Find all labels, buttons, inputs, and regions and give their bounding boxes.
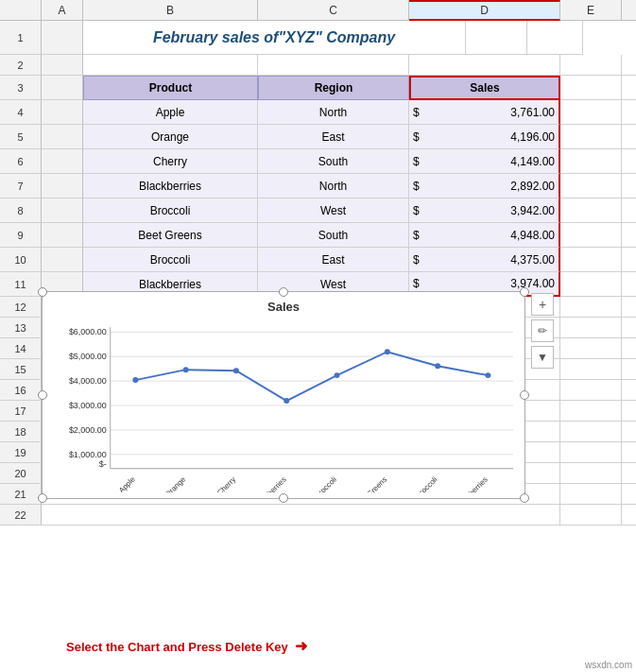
chart-handle-tc[interactable] xyxy=(279,287,288,297)
chart-svg: $6,000.00 $5,000.00 $4,000.00 $3,000.00 … xyxy=(43,318,524,492)
col-header-B[interactable]: B xyxy=(83,0,258,21)
cell-10C[interactable]: East xyxy=(258,248,409,272)
col-header-F[interactable]: F xyxy=(622,0,636,21)
data-point-4 xyxy=(284,398,289,404)
rownum-17: 17 xyxy=(0,401,42,422)
cell-3D-header[interactable]: Sales xyxy=(409,76,560,100)
watermark: wsxdn.com xyxy=(585,660,632,670)
data-point-6 xyxy=(385,349,390,354)
chart-handle-tr[interactable] xyxy=(520,287,529,297)
data-point-7 xyxy=(435,363,440,369)
data-point-5 xyxy=(335,372,340,378)
cell-9D[interactable]: $4,948.00 xyxy=(409,223,560,248)
chart-handle-ml[interactable] xyxy=(38,390,47,400)
chart-handle-tl[interactable] xyxy=(38,287,47,297)
cell-6A[interactable] xyxy=(42,149,83,174)
cell-6E[interactable] xyxy=(560,149,622,174)
column-headers: A B C D E F xyxy=(0,0,636,21)
cell-2F[interactable] xyxy=(622,55,636,76)
cell-7A[interactable] xyxy=(42,174,83,198)
svg-text:$3,000.00: $3,000.00 xyxy=(69,401,107,410)
cell-6D[interactable]: $4,149.00 xyxy=(409,149,560,174)
row-7: 7 Blackberries North $2,892.00 xyxy=(0,174,636,198)
chart-handle-br[interactable] xyxy=(520,493,529,503)
rownum-11: 11 xyxy=(0,272,42,297)
cell-4D[interactable]: $3,761.00 xyxy=(409,100,560,125)
cell-6F[interactable] xyxy=(622,149,636,174)
rownum-19: 19 xyxy=(0,442,42,463)
cell-7D[interactable]: $2,892.00 xyxy=(409,174,560,198)
cell-10D[interactable]: $4,375.00 xyxy=(409,248,560,272)
cell-5A[interactable] xyxy=(42,125,83,149)
svg-text:Orange: Orange xyxy=(163,474,188,492)
region-header: Region xyxy=(315,81,353,95)
cell-2D[interactable] xyxy=(409,55,560,76)
cell-7E[interactable] xyxy=(560,174,622,198)
cell-1B[interactable]: February sales of"XYZ" Company xyxy=(83,21,466,55)
cell-3B-header[interactable]: Product xyxy=(83,76,258,100)
chart-add-button[interactable]: + xyxy=(531,293,554,316)
cell-7C[interactable]: North xyxy=(258,174,409,198)
cell-10F[interactable] xyxy=(622,248,636,272)
chart-style-button[interactable]: ✏ xyxy=(531,319,554,342)
cell-5C[interactable]: East xyxy=(258,125,409,149)
cell-1E[interactable] xyxy=(466,21,527,55)
svg-text:$5,000.00: $5,000.00 xyxy=(69,352,107,361)
cell-9B[interactable]: Beet Greens xyxy=(83,223,258,248)
cell-5E[interactable] xyxy=(560,125,622,149)
cell-10E[interactable] xyxy=(560,248,622,272)
chart-handle-bl[interactable] xyxy=(38,493,47,503)
col-header-E[interactable]: E xyxy=(560,0,622,21)
svg-text:$6,000.00: $6,000.00 xyxy=(69,327,107,336)
row-4: 4 Apple North $3,761.00 xyxy=(0,100,636,125)
cell-6C[interactable]: South xyxy=(258,149,409,174)
chart-handle-mr[interactable] xyxy=(520,390,529,400)
row-9: 9 Beet Greens South $4,948.00 xyxy=(0,223,636,248)
rownum-6: 6 xyxy=(0,149,42,174)
svg-text:Blackberries: Blackberries xyxy=(455,475,490,492)
col-header-D[interactable]: D xyxy=(409,0,560,21)
col-header-A[interactable]: A xyxy=(42,0,83,21)
cell-9F[interactable] xyxy=(622,223,636,248)
cell-8D[interactable]: $3,942.00 xyxy=(409,198,560,223)
cell-7B[interactable]: Blackberries xyxy=(83,174,258,198)
arrow-icon: ➜ xyxy=(295,638,307,654)
col-header-C[interactable]: C xyxy=(258,0,409,21)
cell-2A[interactable] xyxy=(42,55,83,76)
cell-5F[interactable] xyxy=(622,125,636,149)
cell-10B[interactable]: Broccoli xyxy=(83,248,258,272)
cell-10A[interactable] xyxy=(42,248,83,272)
row-8: 8 Broccoli West $3,942.00 xyxy=(0,198,636,223)
cell-2B[interactable] xyxy=(83,55,258,76)
cell-5D[interactable]: $4,196.00 xyxy=(409,125,560,149)
cell-4C[interactable]: North xyxy=(258,100,409,125)
cell-4A[interactable] xyxy=(42,100,83,125)
cell-8F[interactable] xyxy=(622,198,636,223)
svg-text:Broccoli: Broccoli xyxy=(314,475,339,492)
cell-9C[interactable]: South xyxy=(258,223,409,248)
cell-3E[interactable] xyxy=(560,76,622,100)
cell-1F[interactable] xyxy=(527,21,583,55)
cell-8A[interactable] xyxy=(42,198,83,223)
cell-3F[interactable] xyxy=(622,76,636,100)
cell-6B[interactable]: Cherry xyxy=(83,149,258,174)
cell-2E[interactable] xyxy=(560,55,622,76)
cell-7F[interactable] xyxy=(622,174,636,198)
cell-2C[interactable] xyxy=(258,55,409,76)
cell-3A[interactable] xyxy=(42,76,83,100)
cell-3C-header[interactable]: Region xyxy=(258,76,409,100)
chart-filter-button[interactable]: ▼ xyxy=(531,346,554,369)
cell-4E[interactable] xyxy=(560,100,622,125)
cell-8E[interactable] xyxy=(560,198,622,223)
cell-4B[interactable]: Apple xyxy=(83,100,258,125)
cell-4F[interactable] xyxy=(622,100,636,125)
cell-8C[interactable]: West xyxy=(258,198,409,223)
cell-8B[interactable]: Broccoli xyxy=(83,198,258,223)
cell-9E[interactable] xyxy=(560,223,622,248)
cell-9A[interactable] xyxy=(42,223,83,248)
cell-5B[interactable]: Orange xyxy=(83,125,258,149)
cell-1A[interactable] xyxy=(42,21,83,55)
chart-container[interactable]: Sales $6,000.00 $5,000.00 $4,000.00 $3,0… xyxy=(42,291,525,499)
chart-handle-bc[interactable] xyxy=(279,493,288,503)
svg-text:Cherry: Cherry xyxy=(215,475,237,492)
